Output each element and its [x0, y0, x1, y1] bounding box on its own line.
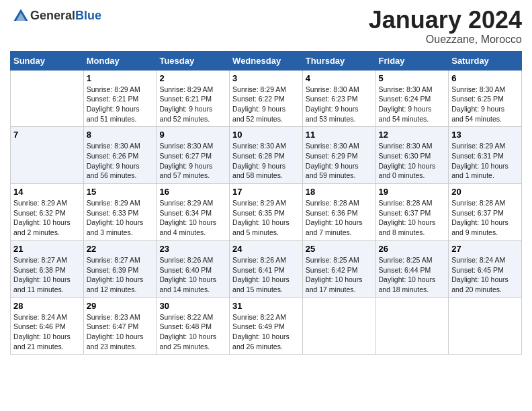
calendar-cell: 20Sunrise: 8:28 AM Sunset: 6:37 PM Dayli…	[449, 184, 522, 241]
day-info: Sunrise: 8:29 AM Sunset: 6:31 PM Dayligh…	[451, 141, 519, 181]
day-number: 20	[451, 187, 519, 197]
day-number: 25	[306, 244, 373, 254]
day-number: 24	[232, 244, 300, 254]
day-number: 18	[306, 187, 373, 197]
day-number: 11	[306, 130, 373, 140]
day-info: Sunrise: 8:24 AM Sunset: 6:45 PM Dayligh…	[451, 255, 519, 295]
day-number: 14	[13, 187, 81, 197]
day-info: Sunrise: 8:29 AM Sunset: 6:21 PM Dayligh…	[87, 85, 154, 124]
day-info: Sunrise: 8:22 AM Sunset: 6:48 PM Dayligh…	[159, 312, 226, 352]
day-info: Sunrise: 8:30 AM Sunset: 6:23 PM Dayligh…	[306, 85, 373, 124]
day-number: 23	[159, 244, 226, 254]
calendar-week-row: 14Sunrise: 8:29 AM Sunset: 6:32 PM Dayli…	[11, 184, 522, 241]
day-info: Sunrise: 8:29 AM Sunset: 6:32 PM Dayligh…	[13, 198, 81, 238]
weekday-header-wednesday: Wednesday	[230, 51, 303, 70]
day-number: 1	[87, 73, 154, 83]
calendar-cell: 30Sunrise: 8:22 AM Sunset: 6:48 PM Dayli…	[157, 298, 230, 355]
day-number: 4	[306, 73, 373, 83]
logo-blue-text: Blue	[75, 9, 101, 22]
calendar-cell: 22Sunrise: 8:27 AM Sunset: 6:39 PM Dayli…	[83, 240, 157, 298]
calendar-cell: 9Sunrise: 8:30 AM Sunset: 6:27 PM Daylig…	[157, 127, 230, 184]
calendar-cell: 17Sunrise: 8:29 AM Sunset: 6:35 PM Dayli…	[230, 184, 303, 241]
calendar-cell: 23Sunrise: 8:26 AM Sunset: 6:40 PM Dayli…	[157, 240, 230, 298]
day-info: Sunrise: 8:28 AM Sunset: 6:37 PM Dayligh…	[451, 198, 519, 238]
day-number: 28	[13, 301, 81, 311]
page-title: January 2024	[369, 7, 522, 34]
calendar-cell	[449, 298, 522, 355]
calendar-cell: 24Sunrise: 8:26 AM Sunset: 6:41 PM Dayli…	[230, 240, 303, 298]
calendar-cell: 1Sunrise: 8:29 AM Sunset: 6:21 PM Daylig…	[83, 70, 157, 127]
calendar-cell: 28Sunrise: 8:24 AM Sunset: 6:46 PM Dayli…	[11, 298, 84, 355]
day-info: Sunrise: 8:27 AM Sunset: 6:39 PM Dayligh…	[87, 255, 154, 295]
day-number: 8	[87, 130, 154, 140]
day-info: Sunrise: 8:28 AM Sunset: 6:36 PM Dayligh…	[306, 198, 373, 238]
day-number: 5	[379, 73, 446, 83]
calendar-cell: 19Sunrise: 8:28 AM Sunset: 6:37 PM Dayli…	[375, 184, 449, 241]
weekday-header-friday: Friday	[375, 51, 449, 70]
calendar-cell: 3Sunrise: 8:29 AM Sunset: 6:22 PM Daylig…	[230, 70, 303, 127]
calendar-cell: 11Sunrise: 8:30 AM Sunset: 6:29 PM Dayli…	[302, 127, 375, 184]
day-number: 10	[232, 130, 300, 140]
calendar-header: SundayMondayTuesdayWednesdayThursdayFrid…	[11, 51, 522, 70]
day-number: 15	[87, 187, 154, 197]
day-info: Sunrise: 8:22 AM Sunset: 6:49 PM Dayligh…	[232, 312, 300, 352]
calendar-cell	[302, 298, 375, 355]
calendar-cell: 4Sunrise: 8:30 AM Sunset: 6:23 PM Daylig…	[302, 70, 375, 127]
day-number: 21	[13, 244, 81, 254]
page-header: GeneralBlue January 2024 Ouezzane, Moroc…	[10, 7, 522, 46]
calendar-cell: 26Sunrise: 8:25 AM Sunset: 6:44 PM Dayli…	[375, 240, 449, 298]
day-number: 30	[159, 301, 226, 311]
calendar-cell	[375, 298, 449, 355]
day-info: Sunrise: 8:25 AM Sunset: 6:44 PM Dayligh…	[379, 255, 446, 295]
page-subtitle: Ouezzane, Morocco	[369, 34, 522, 46]
day-info: Sunrise: 8:30 AM Sunset: 6:24 PM Dayligh…	[379, 85, 446, 124]
day-info: Sunrise: 8:28 AM Sunset: 6:37 PM Dayligh…	[379, 198, 446, 238]
day-number: 7	[13, 130, 81, 140]
day-info: Sunrise: 8:24 AM Sunset: 6:46 PM Dayligh…	[13, 312, 81, 352]
day-number: 16	[159, 187, 226, 197]
weekday-header-monday: Monday	[83, 51, 157, 70]
calendar-cell: 2Sunrise: 8:29 AM Sunset: 6:21 PM Daylig…	[157, 70, 230, 127]
logo: GeneralBlue	[10, 7, 101, 26]
day-info: Sunrise: 8:30 AM Sunset: 6:25 PM Dayligh…	[451, 85, 519, 124]
day-info: Sunrise: 8:29 AM Sunset: 6:33 PM Dayligh…	[87, 198, 154, 238]
calendar-cell: 29Sunrise: 8:23 AM Sunset: 6:47 PM Dayli…	[83, 298, 157, 355]
weekday-header-sunday: Sunday	[11, 51, 84, 70]
day-number: 19	[379, 187, 446, 197]
day-info: Sunrise: 8:29 AM Sunset: 6:35 PM Dayligh…	[232, 198, 300, 238]
day-info: Sunrise: 8:30 AM Sunset: 6:30 PM Dayligh…	[379, 141, 446, 181]
title-block: January 2024 Ouezzane, Morocco	[369, 7, 522, 46]
day-number: 13	[451, 130, 519, 140]
day-info: Sunrise: 8:26 AM Sunset: 6:40 PM Dayligh…	[159, 255, 226, 295]
day-info: Sunrise: 8:30 AM Sunset: 6:26 PM Dayligh…	[87, 141, 154, 181]
day-info: Sunrise: 8:29 AM Sunset: 6:22 PM Dayligh…	[232, 85, 300, 124]
calendar-cell	[11, 70, 84, 127]
day-number: 9	[159, 130, 226, 140]
weekday-header-saturday: Saturday	[449, 51, 522, 70]
calendar-week-row: 78Sunrise: 8:30 AM Sunset: 6:26 PM Dayli…	[11, 127, 522, 184]
calendar-week-row: 28Sunrise: 8:24 AM Sunset: 6:46 PM Dayli…	[11, 298, 522, 355]
day-info: Sunrise: 8:29 AM Sunset: 6:34 PM Dayligh…	[159, 198, 226, 238]
day-info: Sunrise: 8:30 AM Sunset: 6:28 PM Dayligh…	[232, 141, 300, 181]
calendar-cell: 5Sunrise: 8:30 AM Sunset: 6:24 PM Daylig…	[375, 70, 449, 127]
day-number: 3	[232, 73, 300, 83]
calendar-cell: 16Sunrise: 8:29 AM Sunset: 6:34 PM Dayli…	[157, 184, 230, 241]
weekday-header-thursday: Thursday	[302, 51, 375, 70]
calendar-cell: 25Sunrise: 8:25 AM Sunset: 6:42 PM Dayli…	[302, 240, 375, 298]
calendar-cell: 21Sunrise: 8:27 AM Sunset: 6:38 PM Dayli…	[11, 240, 84, 298]
day-number: 27	[451, 244, 519, 254]
logo-icon	[11, 7, 30, 26]
day-number: 31	[232, 301, 300, 311]
calendar-cell: 31Sunrise: 8:22 AM Sunset: 6:49 PM Dayli…	[230, 298, 303, 355]
calendar-week-row: 1Sunrise: 8:29 AM Sunset: 6:21 PM Daylig…	[11, 70, 522, 127]
day-info: Sunrise: 8:29 AM Sunset: 6:21 PM Dayligh…	[159, 85, 226, 124]
logo-general-text: General	[30, 9, 75, 22]
calendar-cell: 12Sunrise: 8:30 AM Sunset: 6:30 PM Dayli…	[375, 127, 449, 184]
calendar-table: SundayMondayTuesdayWednesdayThursdayFrid…	[10, 51, 522, 355]
calendar-cell: 14Sunrise: 8:29 AM Sunset: 6:32 PM Dayli…	[11, 184, 84, 241]
day-info: Sunrise: 8:23 AM Sunset: 6:47 PM Dayligh…	[87, 312, 154, 352]
weekday-header-tuesday: Tuesday	[157, 51, 230, 70]
calendar-cell: 7	[11, 127, 84, 184]
calendar-cell: 27Sunrise: 8:24 AM Sunset: 6:45 PM Dayli…	[449, 240, 522, 298]
day-number: 26	[379, 244, 446, 254]
